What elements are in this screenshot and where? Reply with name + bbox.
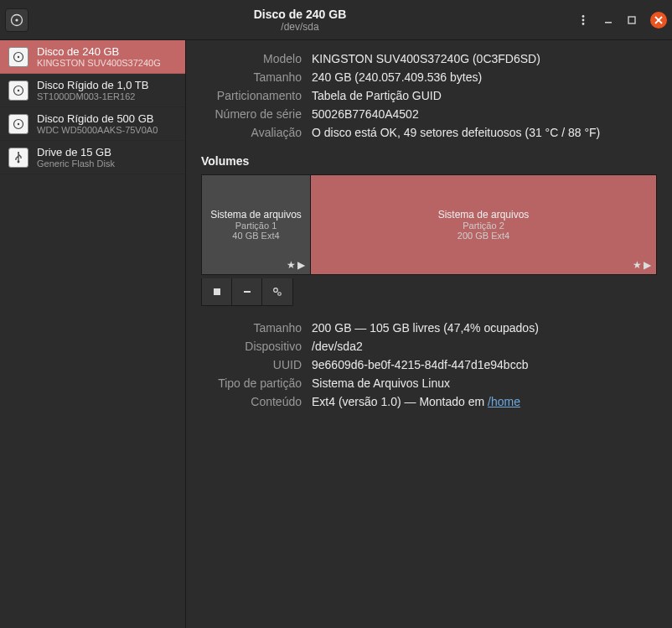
label-model: Modelo <box>201 52 302 65</box>
close-button[interactable] <box>650 12 667 29</box>
sidebar-item-title: Disco Rígido de 500 GB <box>37 112 158 125</box>
usb-icon <box>8 148 28 168</box>
hdd-icon <box>8 47 28 67</box>
value-uuid: 9e6609d6-be0f-4215-84df-447d1e94bccb <box>312 358 657 371</box>
value-device: /dev/sda2 <box>312 340 657 353</box>
sidebar-item-sub: ST1000DM003-1ER162 <box>37 91 148 101</box>
sidebar-item-sub: WDC WD5000AAKS-75V0A0 <box>37 125 158 135</box>
minimize-button[interactable] <box>598 10 618 30</box>
star-icon: ★ <box>287 259 296 271</box>
svg-point-3 <box>582 18 585 21</box>
drive-list: Disco de 240 GB KINGSTON SUV400S37240G D… <box>0 40 186 628</box>
window-subtitle: /dev/sda <box>28 21 571 33</box>
label-serial: Número de série <box>201 107 302 121</box>
label-size: Tamanho <box>201 70 302 84</box>
hdd-icon <box>8 80 28 101</box>
unmount-button[interactable] <box>202 278 232 305</box>
volume-size: 200 GB Ext4 <box>457 231 509 241</box>
delete-partition-button[interactable] <box>232 278 262 305</box>
label-assessment: Avaliação <box>201 126 302 139</box>
headerbar: Disco de 240 GB /dev/sda <box>0 0 672 40</box>
play-icon: ▶ <box>297 259 305 271</box>
svg-point-17 <box>274 288 278 293</box>
svg-point-18 <box>278 293 282 296</box>
value-size: 240 GB (240.057.409.536 bytes) <box>312 70 657 84</box>
value-serial: 50026B77640A4502 <box>312 107 657 121</box>
volume-partition: Partição 1 <box>235 221 277 231</box>
disk-icon <box>10 13 23 27</box>
svg-point-10 <box>18 89 19 91</box>
svg-point-14 <box>18 152 19 153</box>
stop-icon <box>212 287 222 297</box>
svg-point-8 <box>18 55 19 57</box>
volume-partition-2[interactable]: Sistema de arquivos Partição 2 200 GB Ex… <box>311 175 656 274</box>
volumes-bar: Sistema de arquivos Partição 1 40 GB Ext… <box>201 174 657 275</box>
close-icon <box>654 16 663 24</box>
drive-details: Modelo KINGSTON SUV400S37240G (0C3FD6SD)… <box>186 40 672 628</box>
partition-options-button[interactable] <box>262 278 292 305</box>
volume-toolbar <box>201 278 293 306</box>
svg-point-12 <box>18 122 19 124</box>
value-partitioning: Tabela de Partição GUID <box>312 89 657 102</box>
play-icon: ▶ <box>644 259 651 271</box>
volume-indicators: ★ ▶ <box>287 259 305 271</box>
drive-menu-button[interactable] <box>571 8 595 32</box>
app-menu-button[interactable] <box>5 8 28 32</box>
volume-size: 40 GB Ext4 <box>232 231 279 241</box>
value-contents: Ext4 (versão 1.0) — Montado em /home <box>312 395 657 408</box>
svg-rect-5 <box>605 22 612 23</box>
star-icon: ★ <box>633 259 642 271</box>
svg-point-1 <box>15 18 18 21</box>
minus-icon <box>242 287 252 297</box>
sidebar-item-sub: KINGSTON SUV400S37240G <box>37 58 161 68</box>
volume-name: Sistema de arquivos <box>210 209 302 221</box>
contents-text: Ext4 (versão 1.0) — Montado em <box>312 395 488 408</box>
sidebar-item-title: Disco de 240 GB <box>37 45 161 58</box>
svg-rect-16 <box>244 291 251 293</box>
sidebar-item-title: Drive de 15 GB <box>37 146 115 158</box>
sidebar-item-disk-1tb[interactable]: Disco Rígido de 1,0 TB ST1000DM003-1ER16… <box>0 74 185 107</box>
maximize-icon <box>627 15 637 25</box>
maximize-button[interactable] <box>622 10 642 30</box>
svg-point-4 <box>582 23 585 25</box>
gears-icon <box>271 286 283 298</box>
volume-indicators: ★ ▶ <box>633 259 651 271</box>
label-device: Dispositivo <box>201 340 302 353</box>
sidebar-item-usb-15gb[interactable]: Drive de 15 GB Generic Flash Disk <box>0 141 185 174</box>
sidebar-item-disk-500gb[interactable]: Disco Rígido de 500 GB WDC WD5000AAKS-75… <box>0 107 185 141</box>
sidebar-item-sub: Generic Flash Disk <box>37 158 115 169</box>
label-partitioning: Particionamento <box>201 89 302 102</box>
mount-point-link[interactable]: /home <box>488 395 520 408</box>
hdd-icon <box>8 114 28 134</box>
volumes-title: Volumes <box>201 154 657 168</box>
value-model: KINGSTON SUV400S37240G (0C3FD6SD) <box>312 52 657 65</box>
svg-rect-15 <box>214 288 220 295</box>
value-ptype: Sistema de Arquivos Linux <box>312 376 657 390</box>
value-part-size: 200 GB — 105 GB livres (47,4% ocupados) <box>312 321 657 335</box>
label-ptype: Tipo de partição <box>201 376 302 390</box>
label-contents: Conteúdo <box>201 395 302 408</box>
value-assessment: O disco está OK, 49 setores defeituosos … <box>312 126 657 139</box>
sidebar-item-title: Disco Rígido de 1,0 TB <box>37 79 148 91</box>
sidebar-item-disk-240gb[interactable]: Disco de 240 GB KINGSTON SUV400S37240G <box>0 40 185 74</box>
label-uuid: UUID <box>201 358 302 371</box>
volume-partition: Partição 2 <box>463 221 504 231</box>
svg-point-2 <box>582 15 585 18</box>
volume-partition-1[interactable]: Sistema de arquivos Partição 1 40 GB Ext… <box>202 175 311 274</box>
svg-rect-6 <box>628 17 635 23</box>
volume-name: Sistema de arquivos <box>438 209 530 221</box>
label-part-size: Tamanho <box>201 321 302 335</box>
minimize-icon <box>603 15 613 25</box>
window-title: Disco de 240 GB <box>28 8 571 21</box>
svg-point-13 <box>18 160 20 163</box>
kebab-icon <box>577 14 589 26</box>
